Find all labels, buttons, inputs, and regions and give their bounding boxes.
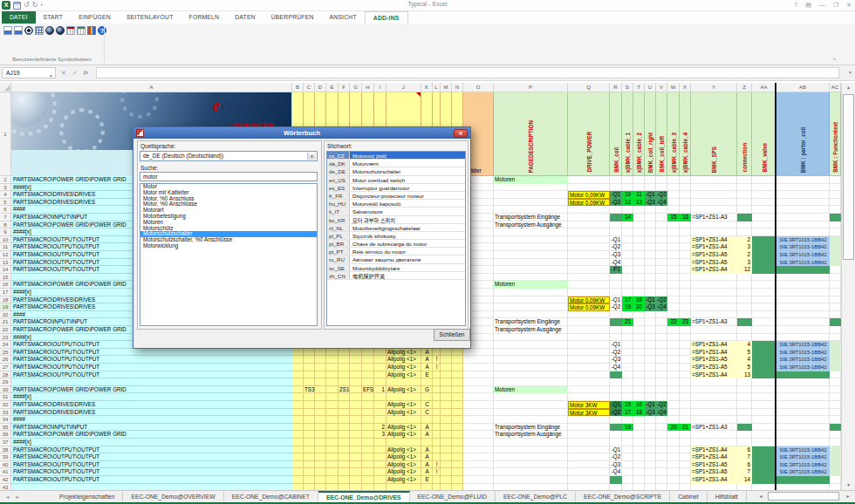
cell-Z42[interactable]: 14: [737, 476, 752, 484]
sheet-tab-projekteigenschaften[interactable]: Projekteigenschaften: [51, 491, 123, 502]
row-header-16[interactable]: 16: [0, 281, 11, 289]
cell-K35[interactable]: A: [421, 424, 433, 432]
cell-A26[interactable]: PARTSMACRO\OUTPUT\OUTPUT: [12, 356, 292, 364]
row-header-6[interactable]: 6: [0, 206, 11, 214]
cell-V4[interactable]: -Q2: [656, 191, 667, 199]
row-header-2[interactable]: 2: [0, 176, 11, 184]
row-header-1[interactable]: 1: [0, 92, 11, 176]
cell-J41[interactable]: Allpolig <1>: [386, 468, 421, 476]
cell-A35[interactable]: PARTSMACRO\INPUT\INPUT: [12, 424, 292, 432]
cell-P22[interactable]: Transportsystem Ausgänge: [494, 326, 568, 334]
cell-X35[interactable]: 21: [680, 424, 691, 432]
col-header-AB[interactable]: AB: [776, 83, 830, 92]
cell-AC38[interactable]: [830, 446, 841, 454]
cell-AC40[interactable]: [830, 461, 841, 469]
row-header-4[interactable]: 4: [0, 191, 11, 199]
cell-Z13[interactable]: 3: [737, 259, 752, 267]
cell-U5[interactable]: -Q3: [645, 199, 656, 207]
cell-AC41[interactable]: [830, 468, 841, 476]
close-dialog-button[interactable]: Schließen: [434, 329, 470, 341]
cell-AC13[interactable]: [830, 259, 841, 267]
cell-AB12[interactable]: SIE.3RT1015-1BB42: [776, 251, 830, 259]
cell-R12[interactable]: -Q3: [610, 251, 622, 259]
cell-AB39[interactable]: SIE.3RT1015-1BB42: [776, 453, 830, 461]
cell-J32[interactable]: Allpolig <1>: [386, 401, 421, 409]
cell-S7[interactable]: 14: [622, 214, 633, 221]
cell-K28[interactable]: E: [421, 371, 433, 379]
cell-J42[interactable]: Allpolig <1>: [386, 476, 421, 484]
cell-J33[interactable]: Allpolig <1>: [386, 409, 421, 417]
translation-row[interactable]: sv_SEMotorskyddsbrytare: [327, 264, 465, 272]
row-header-32[interactable]: 32: [0, 401, 11, 409]
cell-Z11[interactable]: 3: [737, 243, 752, 251]
cell-L27[interactable]: !: [433, 364, 441, 371]
cell-AB14[interactable]: [776, 266, 830, 274]
col-header-C[interactable]: C: [304, 83, 315, 92]
cell-I35[interactable]: 2: [374, 424, 386, 432]
cell-Y21[interactable]: =SP1+ZS1-A3: [691, 318, 737, 326]
source-language-select[interactable]: de_DE (Deutsch (Deutschland)) ▼: [140, 151, 318, 161]
cell-K27[interactable]: A: [421, 364, 433, 371]
col-header-AC[interactable]: AC: [830, 83, 841, 92]
cell-Z40[interactable]: 6: [737, 461, 752, 469]
row-header-42[interactable]: 42: [0, 476, 11, 484]
cell-J35[interactable]: Allpolig <1>: [386, 424, 421, 432]
cell-U32[interactable]: -Q1: [645, 401, 656, 409]
cell-W7[interactable]: 15: [667, 214, 680, 221]
col-header-K[interactable]: K: [421, 83, 433, 92]
cell-P8[interactable]: Transportsystem Ausgänge: [494, 221, 568, 229]
cell-P35[interactable]: Transportsystem Eingänge: [494, 424, 568, 432]
hscroll-right-icon[interactable]: ►: [843, 492, 853, 501]
cell-A33[interactable]: PARTSMACRO\DRIVES\DRIVES: [12, 409, 292, 417]
row-header-12[interactable]: 12: [0, 251, 11, 259]
row-header-20[interactable]: 20: [0, 311, 11, 319]
search-input[interactable]: motor: [140, 172, 318, 181]
cell-R32[interactable]: -Q1: [610, 401, 622, 409]
cell-P30[interactable]: Motoren: [494, 386, 568, 394]
cell-Z39[interactable]: 7: [737, 453, 752, 461]
cell-S32[interactable]: 15: [622, 401, 633, 409]
sheet-tab-eec-one-demo-drives[interactable]: EEC-ONE_Demo@DRIVES: [318, 491, 410, 502]
sheet-tab-hilfsblatt[interactable]: Hilfsblatt: [708, 491, 747, 502]
cell-AB41[interactable]: SIE.3RT1015-1BB42: [776, 468, 830, 476]
cell-J38[interactable]: Allpolig <1>: [386, 446, 421, 454]
cell-S4[interactable]: 10: [622, 191, 633, 199]
cell-K41[interactable]: A: [421, 468, 433, 476]
cell-F30[interactable]: ZS1: [339, 386, 350, 394]
sheet-tab-eec-one-demo-plc[interactable]: EEC-ONE_Demo@PLC: [496, 491, 576, 502]
cell-K26[interactable]: A: [421, 356, 433, 364]
cell-Z41[interactable]: 7: [737, 468, 752, 476]
sheet-nav-left-icon[interactable]: ◄: [5, 494, 10, 500]
cell-AC26[interactable]: [830, 356, 841, 364]
row-header-29[interactable]: 29: [0, 378, 11, 386]
translation-row[interactable]: es_ESInterruptor guardamotor: [327, 184, 465, 192]
cell-L41[interactable]: !: [433, 468, 441, 476]
cell-T18[interactable]: 18: [633, 296, 645, 304]
translation-row[interactable]: ru_RUАвтомат защиты двигателя: [327, 255, 465, 263]
dialog-close-button[interactable]: ✕: [454, 129, 468, 138]
cell-Y35[interactable]: =SP1+ZS1-A3: [691, 424, 737, 432]
cell-H30[interactable]: EFS: [362, 386, 374, 394]
cell-A36[interactable]: PARTSMACRO\POWER GRID\POWER GRID: [12, 431, 292, 439]
row-header-15[interactable]: 15: [0, 274, 11, 282]
cell-P21[interactable]: Transportsystem Eingänge: [494, 318, 568, 326]
col-header-Z[interactable]: Z: [737, 83, 752, 92]
col-header-A[interactable]: A: [11, 83, 292, 92]
cell-R19[interactable]: -Q2: [610, 303, 622, 311]
row-header-3[interactable]: 3: [0, 184, 11, 192]
cell-Q33[interactable]: Motor 3KW: [568, 409, 610, 417]
cell-R27[interactable]: -Q4: [610, 364, 622, 371]
cell-V33[interactable]: -Q4: [656, 409, 667, 417]
cell-A38[interactable]: PARTSMACRO\OUTPUT\OUTPUT: [12, 446, 292, 454]
vertical-scroll-thumb[interactable]: [843, 94, 854, 260]
translation-row[interactable]: en_USMotor overload switch: [327, 176, 465, 184]
cell-Y7[interactable]: =SP1+ZS1-A3: [691, 214, 737, 221]
cell-A42[interactable]: PARTSMACRO\OUTPUT\OUTPUT: [12, 476, 292, 484]
cell-P36[interactable]: Transportsystem Ausgänge: [494, 431, 568, 439]
translation-row[interactable]: ko_KR모터 과부하 스위치: [327, 216, 465, 224]
row-header-13[interactable]: 13: [0, 259, 11, 267]
cell-J28[interactable]: Allpolig <1>: [386, 371, 421, 379]
sheet-tab-eec-one-demo-cabinet[interactable]: EEC-ONE_Demo@CABINET: [224, 491, 318, 502]
cell-AB13[interactable]: SIE.3RT1015-1BB42: [776, 259, 830, 267]
cell-AB28[interactable]: [776, 371, 830, 379]
